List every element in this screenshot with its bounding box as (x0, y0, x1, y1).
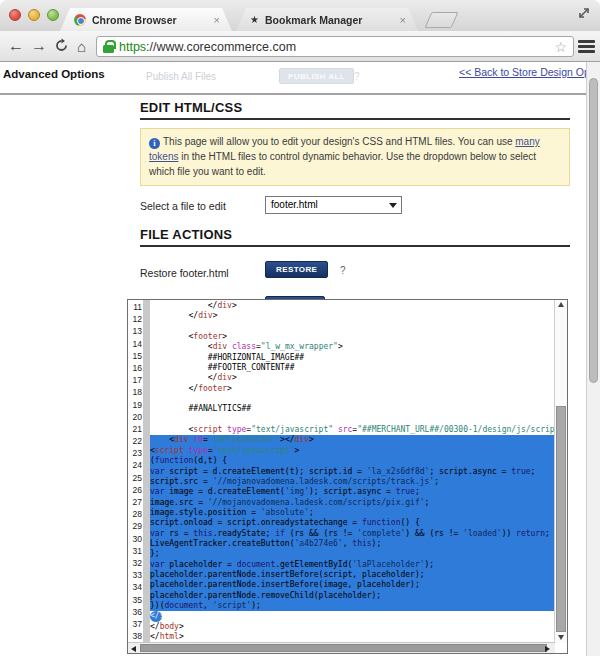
tab-close-icon[interactable]: × (400, 14, 406, 26)
line-number: 26 (128, 484, 143, 496)
restore-label: Restore footer.html (140, 267, 229, 279)
page-title: Advanced Options (3, 68, 105, 80)
line-number: 33 (128, 569, 143, 581)
vertical-scroll-thumb[interactable] (556, 406, 566, 632)
line-number: 38 (128, 630, 143, 642)
nav-toolbar: ← → ⌂ https://www.corecommerce.com ☆ (0, 31, 600, 62)
page-scrollbar[interactable] (586, 62, 600, 656)
code-line: script.src = '//mojanovadomena.ladesk.co… (150, 477, 554, 487)
back-to-store-design-link[interactable]: << Back to Store Design Options (459, 66, 600, 78)
code-line: </div> (150, 373, 554, 383)
editor-vertical-scrollbar[interactable] (554, 300, 567, 643)
code-line: var script = d.createElement(t); script.… (150, 467, 554, 477)
horizontal-scroll-thumb[interactable] (140, 644, 547, 652)
address-bar[interactable]: https://www.corecommerce.com ☆ (96, 36, 574, 57)
line-number: 12 (128, 313, 143, 325)
line-number: 34 (128, 581, 143, 593)
line-number: 20 (128, 411, 143, 423)
code-line: <footer> (150, 332, 554, 342)
line-number: 19 (128, 399, 143, 411)
publish-all-button[interactable]: PUBLISH ALL (279, 68, 354, 84)
fullscreen-icon[interactable] (576, 5, 592, 21)
home-icon[interactable]: ⌂ (77, 35, 86, 59)
line-number: 35 (128, 594, 143, 606)
code-line: <div id='laPlaceholder'></div> (150, 435, 554, 445)
page-content: Advanced Options Publish All Files PUBLI… (0, 62, 600, 656)
tab-title: Bookmark Manager (265, 14, 394, 26)
line-number: 31 (128, 545, 143, 557)
code-line: </html> (150, 632, 554, 642)
line-number: 15 (128, 350, 143, 362)
info-text: in the HTML files to control dynamic beh… (149, 151, 536, 177)
edit-html-css-heading: EDIT HTML/CSS (140, 100, 570, 120)
info-box: iThis page will allow you to edit your d… (140, 128, 570, 186)
code-line: <script type="text/javascript"> (150, 446, 554, 456)
code-line: </body> (150, 622, 554, 632)
line-number: 17 (128, 374, 143, 386)
new-tab-button[interactable] (424, 12, 458, 28)
chrome-logo-icon (74, 14, 86, 26)
zoom-window-icon[interactable] (47, 9, 59, 21)
line-number: 18 (128, 386, 143, 398)
editor-code[interactable]: </div> </div> <footer> <div class="l_w_m… (150, 301, 554, 643)
tab-close-icon[interactable]: × (214, 14, 220, 26)
code-line: }; (150, 549, 554, 559)
file-select-dropdown[interactable]: footer.html (265, 196, 402, 214)
code-line: image.src = '//mojanovadomena.ladesk.com… (150, 498, 554, 508)
line-number: 14 (128, 338, 143, 350)
line-number: 29 (128, 520, 143, 532)
line-number: 24 (128, 459, 143, 471)
tab-title: Chrome Browser (92, 14, 208, 26)
line-number: 36 (128, 606, 143, 618)
minimize-window-icon[interactable] (28, 9, 40, 21)
info-icon: i (149, 138, 160, 149)
tab-chrome-browser[interactable]: Chrome Browser × (60, 8, 232, 31)
line-number: 23 (128, 447, 143, 459)
reload-icon[interactable] (54, 38, 69, 53)
code-line: LiveAgentTracker.createButton('a4b274e6'… (150, 539, 554, 549)
publish-all-files-label: Publish All Files (146, 71, 216, 82)
code-editor[interactable]: 1112131415161718192021222324252627282930… (127, 299, 568, 654)
browser-window: Chrome Browser × ★ Bookmark Manager × ← … (0, 0, 600, 656)
line-number: 28 (128, 508, 143, 520)
line-number: 37 (128, 618, 143, 630)
line-number: 13 (128, 325, 143, 337)
scroll-right-icon[interactable] (545, 646, 550, 652)
code-line: placeholder.parentNode.removeChild(place… (150, 591, 554, 601)
scroll-down-icon[interactable] (558, 635, 564, 640)
code-line: </div> (150, 311, 554, 321)
code-line: ##HORIZONTAL_IMAGE## (150, 353, 554, 363)
info-text: This page will allow you to edit your de… (163, 136, 515, 147)
line-number: 16 (128, 362, 143, 374)
scroll-up-icon[interactable] (558, 302, 564, 307)
code-line (150, 415, 554, 425)
back-icon[interactable]: ← (8, 34, 24, 58)
editor-horizontal-scrollbar[interactable] (128, 642, 555, 653)
editor-gutter-strip (143, 300, 150, 643)
code-line: image.style.position = 'absolute'; (150, 508, 554, 518)
url-rest: ://www.corecommerce.com (146, 40, 296, 54)
restore-help-icon[interactable]: ? (340, 265, 346, 276)
code-line: (function(d,t) { (150, 456, 554, 466)
scroll-left-icon[interactable] (131, 646, 136, 652)
line-number: 22 (128, 435, 143, 447)
publish-all-help-icon[interactable]: ? (354, 71, 360, 82)
forward-icon[interactable]: → (31, 34, 47, 58)
url-text[interactable]: https://www.corecommerce.com (119, 40, 550, 54)
code-line: placeholder.parentNode.insertBefore(scri… (150, 570, 554, 580)
line-number: 32 (128, 557, 143, 569)
url-scheme: https (119, 40, 146, 54)
bookmark-this-page-icon[interactable]: ☆ (554, 39, 567, 55)
code-line: <div class="l_w_mx_wrapper"> (150, 342, 554, 352)
chrome-menu-icon[interactable] (578, 40, 595, 53)
tab-bookmark-manager[interactable]: ★ Bookmark Manager × (236, 8, 418, 31)
file-select-value: footer.html (271, 199, 318, 210)
line-number: 30 (128, 533, 143, 545)
code-line: </script> (150, 611, 162, 621)
line-number: 11 (128, 301, 143, 313)
restore-button[interactable]: RESTORE (265, 261, 328, 278)
editor-gutter: 1112131415161718192021222324252627282930… (128, 301, 143, 643)
close-window-icon[interactable] (9, 9, 21, 21)
code-line: </div> (150, 301, 554, 311)
page-scroll-thumb[interactable] (589, 78, 598, 383)
